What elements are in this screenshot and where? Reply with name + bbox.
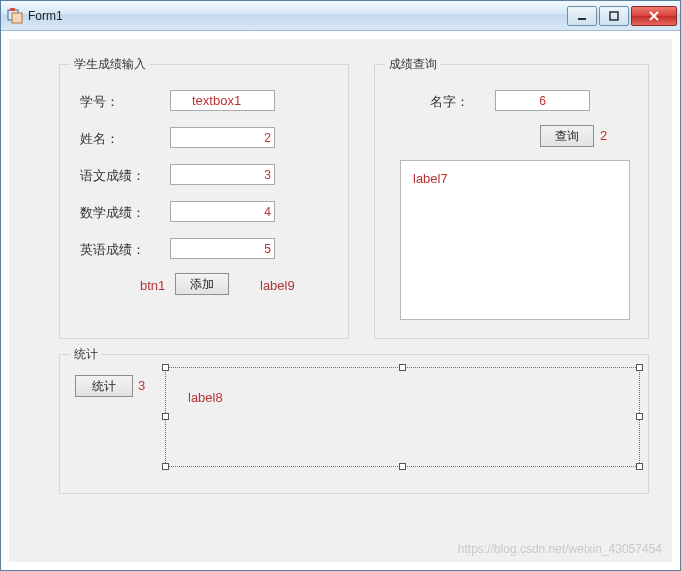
result-panel: label7	[400, 160, 630, 320]
group-score-query: 成绩查询 名字： 查询 2 label7	[374, 64, 649, 339]
stat-button[interactable]: 统计	[75, 375, 133, 397]
group-student-input: 学生成绩输入 学号： textbox1 姓名： 语文成绩： 数学成绩： 英语成绩…	[59, 64, 349, 339]
annot-textbox1: textbox1	[192, 93, 241, 108]
annot-label7: label7	[413, 171, 448, 186]
query-button[interactable]: 查询	[540, 125, 594, 147]
watermark: https://blog.csdn.net/weixin_43057454	[458, 542, 662, 556]
svg-rect-1	[12, 13, 22, 23]
annot-stat-3: 3	[138, 378, 145, 393]
titlebar[interactable]: Form1	[1, 1, 680, 31]
window-buttons	[567, 6, 678, 26]
label-query-name: 名字：	[430, 93, 469, 111]
svg-rect-4	[610, 12, 618, 20]
add-button[interactable]: 添加	[175, 273, 229, 295]
textbox-chinese[interactable]	[170, 164, 275, 185]
annot-btn1: btn1	[140, 278, 165, 293]
label8-selection-box[interactable]: label8	[165, 367, 640, 467]
annot-label8: label8	[188, 390, 223, 405]
svg-rect-3	[578, 18, 586, 20]
window-title: Form1	[28, 9, 567, 23]
label-math: 数学成绩：	[80, 204, 145, 222]
group-statistics-legend: 统计	[70, 346, 102, 363]
group-score-query-legend: 成绩查询	[385, 56, 441, 73]
annot-query-2: 2	[600, 128, 607, 143]
group-statistics: 统计 统计 3 label8	[59, 354, 649, 494]
group-student-input-legend: 学生成绩输入	[70, 56, 150, 73]
textbox-query-name[interactable]	[495, 90, 590, 111]
close-button[interactable]	[631, 6, 677, 26]
textbox-name[interactable]	[170, 127, 275, 148]
label-english: 英语成绩：	[80, 241, 145, 259]
textbox-english[interactable]	[170, 238, 275, 259]
form-icon	[7, 8, 23, 24]
annot-label9: label9	[260, 278, 295, 293]
maximize-button[interactable]	[599, 6, 629, 26]
label-chinese: 语文成绩：	[80, 167, 145, 185]
label-student-id: 学号：	[80, 93, 119, 111]
client-area: 学生成绩输入 学号： textbox1 姓名： 语文成绩： 数学成绩： 英语成绩…	[9, 39, 672, 562]
svg-rect-2	[10, 8, 15, 11]
label-name: 姓名：	[80, 130, 119, 148]
textbox-math[interactable]	[170, 201, 275, 222]
window-frame: Form1 学生成绩输入 学号： textbox1 姓名： 语文成绩： 数学成绩…	[0, 0, 681, 571]
minimize-button[interactable]	[567, 6, 597, 26]
